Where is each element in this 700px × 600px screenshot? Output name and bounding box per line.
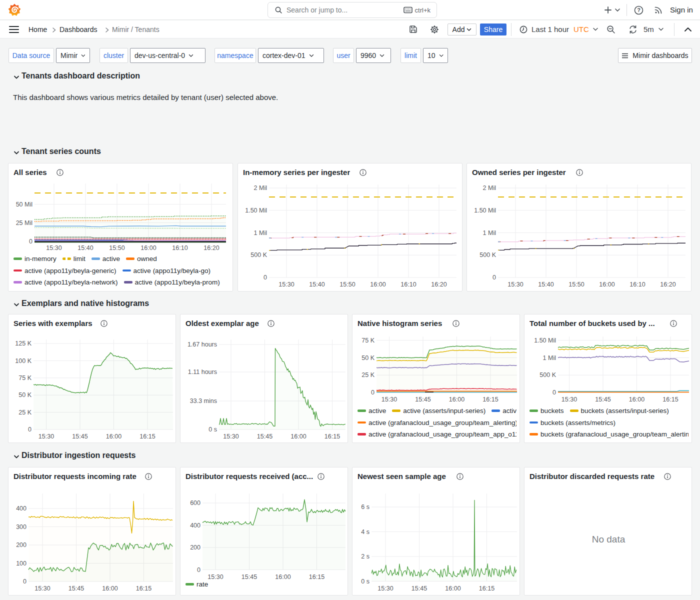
svg-text:1.11 hours: 1.11 hours [188, 368, 217, 376]
svg-text:16:20: 16:20 [660, 281, 676, 288]
svg-text:0: 0 [371, 389, 374, 396]
svg-text:600: 600 [190, 500, 200, 506]
svg-text:2 s: 2 s [361, 553, 370, 560]
svg-text:200: 200 [190, 544, 200, 551]
svg-text:15:30: 15:30 [278, 281, 294, 288]
svg-text:15:50: 15:50 [109, 244, 124, 252]
svg-text:100 K: 100 K [15, 358, 32, 364]
svg-text:400: 400 [190, 522, 200, 529]
svg-text:15:30: 15:30 [223, 433, 238, 440]
svg-text:0: 0 [29, 238, 32, 245]
svg-text:16:20: 16:20 [431, 281, 446, 288]
svg-text:400: 400 [16, 505, 26, 512]
svg-text:16:00: 16:00 [599, 281, 614, 288]
svg-text:1 Mil: 1 Mil [254, 230, 267, 236]
svg-text:15:30: 15:30 [38, 433, 54, 440]
svg-text:500 K: 500 K [480, 252, 496, 258]
svg-text:15:40: 15:40 [78, 244, 93, 252]
svg-text:0: 0 [28, 426, 32, 433]
svg-text:1 Mil: 1 Mil [483, 230, 496, 236]
svg-text:0 s: 0 s [361, 578, 370, 585]
svg-text:15:30: 15:30 [378, 585, 393, 592]
svg-text:500 K: 500 K [540, 372, 556, 378]
svg-text:50 K: 50 K [362, 354, 374, 362]
svg-text:16:15: 16:15 [309, 574, 324, 580]
svg-text:100: 100 [16, 560, 26, 567]
svg-text:0: 0 [197, 566, 200, 574]
svg-text:16:15: 16:15 [482, 396, 498, 403]
svg-text:16:10: 16:10 [172, 244, 188, 252]
svg-text:15:30: 15:30 [562, 396, 577, 403]
svg-text:15:50: 15:50 [568, 281, 584, 288]
svg-text:16:15: 16:15 [479, 585, 494, 592]
svg-text:15:40: 15:40 [538, 281, 554, 288]
svg-text:16:00: 16:00 [106, 433, 122, 440]
svg-text:0 s: 0 s [208, 426, 217, 433]
svg-text:1.50 Mil: 1.50 Mil [474, 207, 496, 214]
svg-text:15:45: 15:45 [595, 396, 610, 403]
svg-text:16:00: 16:00 [629, 396, 644, 403]
svg-text:33.3 mins: 33.3 mins [190, 398, 217, 404]
svg-text:15:30: 15:30 [208, 574, 223, 580]
svg-text:15:30: 15:30 [382, 396, 397, 403]
svg-text:2 Mil: 2 Mil [254, 184, 267, 192]
svg-text:0: 0 [23, 578, 26, 585]
svg-text:16:00: 16:00 [140, 244, 156, 252]
svg-text:16:15: 16:15 [140, 433, 155, 440]
svg-text:1 Mil: 1 Mil [543, 354, 556, 362]
svg-text:25 Mil: 25 Mil [16, 220, 32, 226]
svg-text:16:15: 16:15 [662, 396, 678, 403]
svg-text:16:00: 16:00 [445, 585, 460, 592]
svg-text:15:45: 15:45 [72, 433, 88, 440]
svg-text:0: 0 [552, 389, 556, 396]
svg-text:1.67 hours: 1.67 hours [188, 341, 217, 348]
svg-text:16:00: 16:00 [102, 585, 118, 592]
svg-text:15:30: 15:30 [46, 244, 62, 252]
svg-text:15:40: 15:40 [309, 281, 324, 288]
svg-text:?: ? [637, 7, 640, 13]
svg-text:15:30: 15:30 [508, 281, 523, 288]
svg-text:4 s: 4 s [361, 528, 370, 536]
svg-text:300: 300 [16, 524, 26, 530]
svg-text:15:45: 15:45 [412, 585, 427, 592]
svg-text:16:10: 16:10 [630, 281, 645, 288]
svg-text:16:00: 16:00 [449, 396, 464, 403]
svg-text:15:45: 15:45 [242, 574, 257, 580]
svg-text:50 K: 50 K [18, 392, 32, 398]
svg-text:0: 0 [264, 274, 267, 281]
svg-text:15:30: 15:30 [34, 585, 50, 592]
svg-text:75 K: 75 K [18, 374, 32, 382]
svg-text:16:20: 16:20 [204, 244, 219, 252]
svg-text:16:00: 16:00 [290, 433, 306, 440]
svg-text:200: 200 [16, 542, 26, 548]
svg-text:0: 0 [492, 274, 496, 281]
svg-text:15:45: 15:45 [415, 396, 430, 403]
svg-text:25 K: 25 K [362, 372, 374, 378]
svg-text:1.50 Mil: 1.50 Mil [245, 207, 267, 214]
svg-text:25 K: 25 K [18, 409, 32, 416]
svg-text:15:45: 15:45 [68, 585, 84, 592]
svg-text:50 Mil: 50 Mil [16, 201, 32, 208]
svg-text:6 s: 6 s [361, 504, 370, 510]
svg-text:16:00: 16:00 [370, 281, 386, 288]
svg-text:16:15: 16:15 [324, 433, 340, 440]
svg-text:1.50 Mil: 1.50 Mil [534, 337, 556, 344]
svg-text:16:00: 16:00 [275, 574, 290, 580]
svg-text:2 Mil: 2 Mil [483, 184, 496, 192]
svg-text:16:10: 16:10 [400, 281, 416, 288]
svg-text:75 K: 75 K [362, 337, 374, 344]
svg-text:15:45: 15:45 [257, 433, 272, 440]
svg-text:125 K: 125 K [15, 340, 32, 347]
svg-text:16:15: 16:15 [136, 585, 152, 592]
svg-text:500 K: 500 K [250, 252, 267, 258]
svg-text:15:50: 15:50 [340, 281, 355, 288]
